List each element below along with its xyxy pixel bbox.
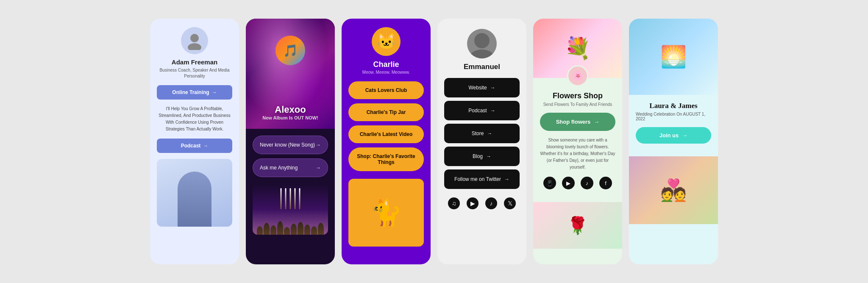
cat-bottom-image: 🐈 — [348, 179, 424, 247]
artist-avatar-alexoo: 🎵 — [275, 36, 305, 65]
card-adam-freeman: Adam Freeman Business Coach, Speaker And… — [150, 19, 239, 264]
svg-point-0 — [190, 34, 199, 42]
top-background-alexoo: 🎵 Alexoo New Album Is OUT NOW! — [246, 19, 335, 129]
tip-jar-button[interactable]: Charlie's Tip Jar — [348, 103, 424, 121]
flowers-bottom-image: 🌹 — [533, 202, 622, 249]
alexoo-link1[interactable]: Never know (New Song) → — [253, 136, 328, 154]
arrow-icon — [212, 89, 217, 95]
shop-flowers-button[interactable]: Shop flowers → — [540, 113, 615, 131]
social-icons-emmanuel: ♫ ▶ ♪ 𝕏 — [448, 197, 516, 209]
podcast-button-adam[interactable]: Podcast — [157, 139, 232, 153]
podcast-button-emmanuel[interactable]: Podcast → — [444, 101, 520, 120]
wedding-bottom-image: 💑 — [629, 156, 718, 224]
avatar-icon-emmanuel — [467, 29, 497, 58]
subtitle-adam: Business Coach, Speaker And Media Person… — [157, 67, 232, 79]
cat-avatar: 🐱 — [372, 27, 401, 56]
card-emmanuel: Emmanuel Website → Podcast → Store → Blo… — [437, 19, 526, 264]
card-flowers-shop: 💐 🌸 Flowers Shop Send Flowers To Family … — [533, 19, 622, 264]
subtitle-charlie: Meow. Meeow. Meowww. — [362, 70, 410, 75]
shop-favorites-button[interactable]: Shop: Charlie's Favorite Things — [348, 147, 424, 171]
flowers-emoji: 💐 — [565, 36, 591, 61]
shop-subtitle: Send Flowers To Family And Friends — [543, 102, 612, 107]
store-button[interactable]: Store → — [444, 124, 520, 143]
avatar-adam — [181, 27, 208, 54]
couple-name: Laura & James — [649, 102, 697, 110]
stage-lights — [281, 188, 300, 209]
artist-name: Alexoo — [246, 104, 335, 115]
florist-avatar: 🌸 — [567, 65, 588, 86]
alexoo-links: Never know (New Song) → Ask me Anything … — [246, 129, 335, 184]
youtube-icon-flowers[interactable]: ▶ — [562, 177, 575, 189]
twitter-icon[interactable]: 𝕏 — [504, 197, 516, 209]
flowers-content: Flowers Shop Send Flowers To Family And … — [533, 78, 622, 202]
svg-point-3 — [470, 50, 494, 58]
card-laura-james: 🌅 Laura & James Wedding Celebration On A… — [629, 19, 718, 264]
avatar-emmanuel — [467, 29, 497, 58]
wedding-date: Wedding Celebration On AUGUST 1, 2022 — [636, 112, 711, 121]
tiktok-icon[interactable]: ♪ — [485, 197, 497, 209]
name-adam: Adam Freeman — [172, 58, 217, 66]
person-silhouette — [178, 172, 211, 227]
concert-crowd — [257, 221, 324, 235]
alexoo-link2[interactable]: Ask me Anything → — [253, 158, 328, 177]
online-training-button[interactable]: Online Training — [157, 85, 232, 100]
join-button[interactable]: Join us → — [636, 127, 711, 144]
website-button[interactable]: Website → — [444, 78, 520, 97]
body-text-adam: I'll Help You Grow A Profitable, Streaml… — [157, 105, 232, 133]
flowers-social-icons: 📱 ▶ ♪ f — [543, 177, 612, 189]
card-charlie: 🐱 Charlie Meow. Meeow. Meowww. Cats Love… — [342, 19, 431, 264]
cards-container: Adam Freeman Business Coach, Speaker And… — [150, 19, 718, 264]
artist-tagline: New Album Is OUT NOW! — [246, 115, 335, 120]
spotify-icon[interactable]: ♫ — [448, 197, 460, 209]
bottom-image-adam — [157, 159, 232, 227]
wedding-top-image: 🌅 — [629, 19, 718, 95]
concert-image — [253, 184, 328, 235]
facebook-icon[interactable]: f — [599, 177, 612, 189]
arrow-icon-podcast — [203, 143, 208, 149]
flowers-top-image: 💐 🌸 — [533, 19, 622, 78]
twitter-button[interactable]: Follow me on Twitter → — [444, 169, 520, 189]
blog-button[interactable]: Blog → — [444, 147, 520, 166]
card-alexoo: 🎵 Alexoo New Album Is OUT NOW! Never kno… — [246, 19, 335, 264]
shop-name: Flowers Shop — [553, 92, 603, 100]
artist-info-alexoo: Alexoo New Album Is OUT NOW! — [246, 104, 335, 120]
tiktok-icon-flowers[interactable]: ♪ — [581, 177, 593, 189]
avatar-icon — [185, 31, 204, 50]
wedding-content: Laura & James Wedding Celebration On AUG… — [629, 95, 718, 156]
svg-point-2 — [474, 33, 490, 48]
youtube-icon[interactable]: ▶ — [467, 197, 479, 209]
name-charlie: Charlie — [373, 60, 399, 69]
whatsapp-icon[interactable]: 📱 — [543, 177, 556, 189]
cats-lovers-club-button[interactable]: Cats Lovers Club — [348, 81, 424, 99]
svg-point-1 — [188, 43, 201, 50]
flowers-body-text: Show someone you care with a blooming lo… — [540, 137, 615, 171]
name-emmanuel: Emmanuel — [464, 63, 500, 71]
latest-video-button[interactable]: Charlie's Latest Video — [348, 125, 424, 143]
